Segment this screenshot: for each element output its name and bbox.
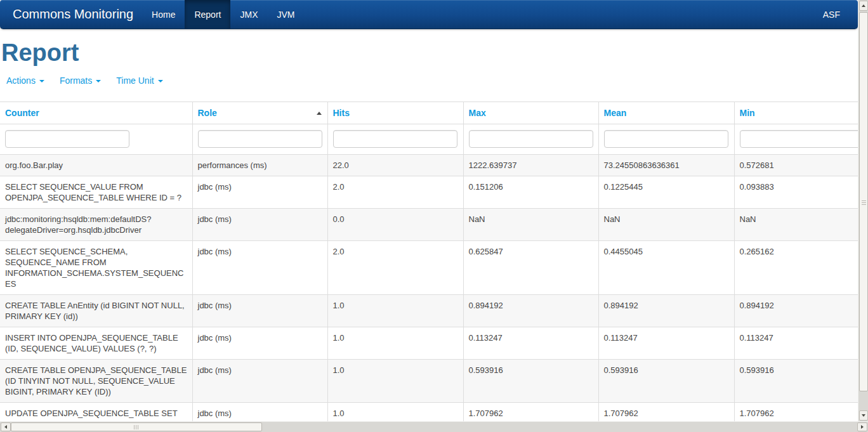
- cell-hits: 1.0: [327, 360, 463, 403]
- cell-min: 0.113247: [734, 327, 858, 360]
- page-viewport: Commons Monitoring Home Report JMX JVM A…: [0, 0, 858, 421]
- cell-counter: CREATE TABLE AnEntity (id BIGINT NOT NUL…: [0, 295, 192, 327]
- cell-role: jdbc (ms): [192, 209, 327, 241]
- cell-role: jdbc (ms): [192, 241, 327, 295]
- formats-menu[interactable]: Formats: [60, 75, 101, 86]
- filter-cell: [598, 124, 734, 155]
- cell-counter: jdbc:monitoring:hsqldb:mem:defaultDS? de…: [0, 209, 192, 241]
- column-header-mean[interactable]: Mean: [598, 102, 734, 124]
- toolbar: Actions Formats Time Unit: [6, 75, 858, 86]
- filter-cell: [327, 124, 463, 155]
- scroll-right-button[interactable]: [857, 422, 867, 431]
- cell-min: 0.572681: [734, 155, 858, 176]
- cell-counter: INSERT INTO OPENJPA_SEQUENCE_TABLE (ID, …: [0, 327, 192, 360]
- column-header-role[interactable]: Role: [192, 102, 327, 124]
- nav-item-jvm[interactable]: JVM: [267, 0, 304, 29]
- filter-cell: [192, 124, 327, 155]
- nav-item-home[interactable]: Home: [142, 0, 185, 29]
- scrollbar-grip-icon: [134, 425, 138, 429]
- column-header-counter[interactable]: Counter: [0, 102, 192, 124]
- time-unit-menu-label: Time Unit: [116, 75, 154, 86]
- nav-items: Home Report JMX JVM: [142, 0, 304, 29]
- column-header-max[interactable]: Max: [463, 102, 598, 124]
- cell-role: jdbc (ms): [192, 403, 327, 422]
- app-window: Commons Monitoring Home Report JMX JVM A…: [0, 0, 868, 432]
- scroll-up-button[interactable]: [859, 1, 868, 11]
- filter-cell: [734, 124, 858, 155]
- cell-hits: 2.0: [327, 176, 463, 209]
- filter-input-role[interactable]: [198, 130, 322, 148]
- cell-max: 0.894192: [463, 295, 598, 327]
- cell-mean: 0.894192: [598, 295, 734, 327]
- filter-input-max[interactable]: [469, 130, 593, 148]
- brand[interactable]: Commons Monitoring: [0, 0, 142, 29]
- cell-max: 1.707962: [463, 403, 598, 422]
- nav-item-report[interactable]: Report: [185, 0, 230, 29]
- filter-input-min[interactable]: [740, 130, 858, 148]
- cell-role: jdbc (ms): [192, 176, 327, 209]
- actions-menu[interactable]: Actions: [6, 75, 44, 86]
- cell-counter: CREATE TABLE OPENJPA_SEQUENCE_TABLE (ID …: [0, 360, 192, 403]
- filter-cell: [463, 124, 598, 155]
- table-row[interactable]: SELECT SEQUENCE_SCHEMA, SEQUENCE_NAME FR…: [0, 241, 858, 295]
- cell-min: 0.265162: [734, 241, 858, 295]
- table-row[interactable]: CREATE TABLE AnEntity (id BIGINT NOT NUL…: [0, 295, 858, 327]
- cell-min: 1.707962: [734, 403, 858, 422]
- filter-input-mean[interactable]: [604, 130, 728, 148]
- horizontal-scrollbar-thumb[interactable]: [11, 422, 262, 431]
- scroll-down-button[interactable]: [859, 410, 868, 421]
- cell-max: 0.593916: [463, 360, 598, 403]
- cell-max: 0.151206: [463, 176, 598, 209]
- cell-max: 0.113247: [463, 327, 598, 360]
- table-row[interactable]: org.foo.Bar.playperformances (ms)22.0122…: [0, 155, 858, 176]
- table-row[interactable]: SELECT SEQUENCE_VALUE FROM OPENJPA_SEQUE…: [0, 176, 858, 209]
- table-row[interactable]: INSERT INTO OPENJPA_SEQUENCE_TABLE (ID, …: [0, 327, 858, 360]
- cell-hits: 0.0: [327, 209, 463, 241]
- filter-input-counter[interactable]: [5, 130, 129, 148]
- cell-counter: org.foo.Bar.play: [0, 155, 192, 176]
- table-body: org.foo.Bar.playperformances (ms)22.0122…: [0, 155, 858, 422]
- scroll-left-button[interactable]: [1, 422, 11, 431]
- table-row[interactable]: jdbc:monitoring:hsqldb:mem:defaultDS? de…: [0, 209, 858, 241]
- column-header-hits[interactable]: Hits: [327, 102, 463, 124]
- filter-input-hits[interactable]: [333, 130, 457, 148]
- arrow-left-icon: [4, 425, 7, 429]
- time-unit-menu[interactable]: Time Unit: [116, 75, 162, 86]
- cell-counter: SELECT SEQUENCE_VALUE FROM OPENJPA_SEQUE…: [0, 176, 192, 209]
- vertical-scrollbar-thumb[interactable]: [859, 12, 868, 391]
- table-row[interactable]: UPDATE OPENJPA_SEQUENCE_TABLE SET SEQUEN…: [0, 403, 858, 422]
- cell-mean: 0.1225445: [598, 176, 734, 209]
- page-title: Report: [1, 40, 858, 65]
- cell-hits: 1.0: [327, 295, 463, 327]
- cell-min: 0.093883: [734, 176, 858, 209]
- cell-hits: 1.0: [327, 327, 463, 360]
- nav-item-jmx[interactable]: JMX: [230, 0, 267, 29]
- cell-hits: 2.0: [327, 241, 463, 295]
- nav-item-asf[interactable]: ASF: [813, 0, 858, 29]
- cell-mean: 0.593916: [598, 360, 734, 403]
- vertical-scrollbar[interactable]: [858, 0, 868, 421]
- column-header-role-label: Role: [198, 108, 217, 118]
- cell-hits: 1.0: [327, 403, 463, 422]
- cell-counter: SELECT SEQUENCE_SCHEMA, SEQUENCE_NAME FR…: [0, 241, 192, 295]
- table-row[interactable]: CREATE TABLE OPENJPA_SEQUENCE_TABLE (ID …: [0, 360, 858, 403]
- filter-cell: [0, 124, 192, 155]
- cell-max: NaN: [463, 209, 598, 241]
- arrow-right-icon: [861, 425, 864, 429]
- arrow-down-icon: [862, 414, 865, 417]
- cell-min: 0.593916: [734, 360, 858, 403]
- cell-role: jdbc (ms): [192, 295, 327, 327]
- cell-role: performances (ms): [192, 155, 327, 176]
- cell-min: NaN: [734, 209, 858, 241]
- horizontal-scrollbar[interactable]: [0, 421, 868, 432]
- top-navbar: Commons Monitoring Home Report JMX JVM A…: [0, 0, 858, 29]
- scrollbar-grip-icon: [862, 200, 866, 205]
- cell-role: jdbc (ms): [192, 327, 327, 360]
- cell-min: 0.894192: [734, 295, 858, 327]
- cell-mean: 1.707962: [598, 403, 734, 422]
- cell-counter: UPDATE OPENJPA_SEQUENCE_TABLE SET SEQUEN…: [0, 403, 192, 422]
- column-header-min[interactable]: Min: [734, 102, 858, 124]
- cell-max: 0.625847: [463, 241, 598, 295]
- actions-menu-label: Actions: [6, 75, 36, 86]
- arrow-up-icon: [862, 4, 865, 7]
